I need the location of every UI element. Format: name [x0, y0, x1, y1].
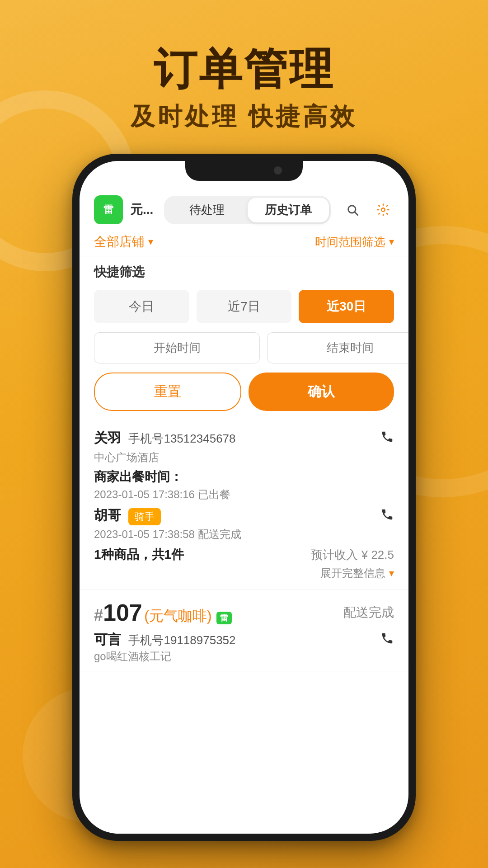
order-summary: 1种商品，共1件 预计收入 ¥ 22.5	[94, 546, 394, 563]
7days-button[interactable]: 近7日	[197, 290, 292, 323]
notch-camera	[274, 166, 282, 175]
end-time-input[interactable]	[267, 332, 408, 363]
order-number-row: #107 (元气咖啡) 雷 配送完成	[94, 599, 394, 626]
order-status: 配送完成	[343, 604, 394, 621]
customer-info-1: 关羽 手机号13512345678	[94, 429, 236, 448]
phone-notch	[185, 161, 303, 181]
top-nav: 雷 元... 待处理 历史订单	[80, 188, 408, 228]
order-number-info: #107 (元气咖啡) 雷	[94, 599, 232, 626]
phone-screen: 雷 元... 待处理 历史订单	[80, 161, 408, 834]
tab-pending[interactable]: 待处理	[166, 198, 247, 222]
customer-address-1: 中心广场酒店	[94, 450, 394, 465]
filter-left[interactable]: 全部店铺 ▾	[94, 233, 153, 250]
rider-row: 胡哥 骑手	[94, 506, 394, 525]
start-time-input[interactable]	[94, 332, 260, 363]
order-item-1: 关羽 手机号13512345678 中心广场酒店 商家出餐时间： 2023-01…	[80, 420, 408, 590]
expand-chevron-icon: ▾	[389, 567, 394, 579]
customer2-name: 可言	[94, 632, 121, 647]
today-button[interactable]: 今日	[94, 290, 189, 323]
tab-group: 待处理 历史订单	[164, 196, 331, 224]
customer2-info: 可言 手机号19118975352	[94, 631, 236, 649]
svg-point-2	[381, 208, 385, 212]
reset-button[interactable]: 重置	[94, 373, 241, 411]
order-header-1: 关羽 手机号13512345678	[94, 429, 394, 448]
phone-outer: 雷 元... 待处理 历史订单	[72, 154, 416, 841]
screen-content: 雷 元... 待处理 历史订单	[80, 161, 408, 834]
merchant-label: 商家出餐时间：	[94, 468, 394, 486]
app-logo: 雷	[94, 195, 123, 224]
customer2-row: 可言 手机号19118975352	[94, 631, 394, 649]
call-icon-1[interactable]	[380, 430, 394, 447]
time-filter-label: 时间范围筛选	[315, 234, 385, 250]
brand-logo-icon: 雷	[216, 612, 232, 624]
store-filter-label: 全部店铺	[94, 233, 145, 250]
rider-name: 胡哥	[94, 508, 121, 523]
filter-right[interactable]: 时间范围筛选 ▾	[315, 234, 394, 250]
app-name: 元...	[130, 201, 153, 218]
rider-info: 胡哥 骑手	[94, 506, 161, 525]
customer2-phone: 手机号19118975352	[128, 633, 235, 647]
svg-line-1	[355, 212, 357, 215]
items-count: 1种商品，共1件	[94, 546, 184, 563]
action-buttons: 重置 确认	[94, 373, 394, 411]
order-brand: (元气咖啡)	[144, 608, 211, 624]
customer-phone-1: 手机号13512345678	[128, 432, 235, 445]
rider-badge: 骑手	[128, 508, 161, 525]
order-number-card: #107 (元气咖啡) 雷 配送完成 可言 手机号19118975352	[80, 590, 408, 671]
main-title: 订单管理	[0, 45, 488, 93]
logo-text: 雷	[103, 203, 113, 217]
order-income: 预计收入 ¥ 22.5	[311, 547, 394, 563]
settings-icon[interactable]	[372, 199, 394, 221]
time-buttons-group: 今日 近7日 近30日	[94, 290, 394, 323]
rider-delivery-time: 2023-01-05 17:38:58 配送完成	[94, 527, 394, 542]
call-icon-2[interactable]	[380, 632, 394, 648]
expand-text[interactable]: 展开完整信息	[320, 566, 385, 580]
store-chevron-icon: ▾	[148, 236, 153, 248]
30days-button[interactable]: 近30日	[299, 290, 394, 323]
filter-bar: 全部店铺 ▾ 时间范围筛选 ▾	[80, 228, 408, 256]
merchant-time: 2023-01-05 17:38:16 已出餐	[94, 487, 394, 502]
order-number-prefix: #	[94, 606, 103, 624]
phone-mockup: 雷 元... 待处理 历史订单	[72, 154, 416, 841]
confirm-button[interactable]: 确认	[249, 373, 394, 411]
call-icon-rider[interactable]	[380, 508, 394, 524]
nav-icons	[342, 199, 394, 221]
search-icon[interactable]	[342, 199, 363, 221]
customer-name-1: 关羽	[94, 430, 121, 445]
time-chevron-icon: ▾	[389, 236, 394, 248]
quick-filter-label: 快捷筛选	[94, 264, 394, 281]
customer2-address: go喝红酒核工记	[94, 649, 394, 664]
tab-history[interactable]: 历史订单	[248, 198, 329, 222]
quick-filter-section: 快捷筛选 今日 近7日 近30日 重置 确认	[80, 256, 408, 411]
order-number: 107	[103, 599, 142, 626]
expand-row: 展开完整信息 ▾	[94, 566, 394, 580]
datetime-inputs	[94, 332, 394, 363]
